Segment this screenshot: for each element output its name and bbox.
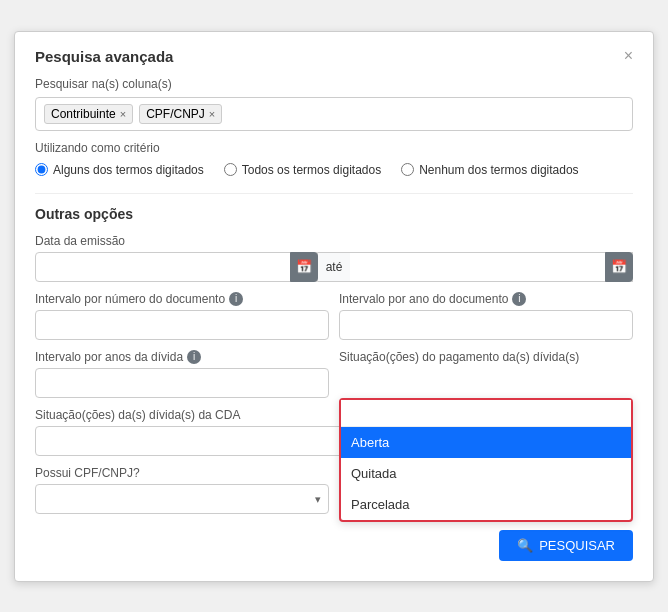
date-start-wrap: 📅: [35, 252, 318, 282]
pesquisar-button-label: PESQUISAR: [539, 538, 615, 553]
dropdown-item-parcelada[interactable]: Parcelada: [341, 489, 631, 520]
divida-situacao-row: Intervalo por anos da dívida i Situação(…: [35, 350, 633, 398]
intervalo-ano-group: Intervalo por ano do documento i: [339, 292, 633, 340]
situacoes-pagamento-dropdown: Aberta Quitada Parcelada: [339, 398, 633, 522]
footer-row: 🔍 PESQUISAR: [35, 530, 633, 561]
date-start-calendar-button[interactable]: 📅: [290, 252, 318, 282]
advanced-search-modal: Pesquisa avançada × Pesquisar na(s) colu…: [14, 31, 654, 582]
criteria-radio-group: Alguns dos termos digitados Todos os ter…: [35, 163, 633, 177]
modal-header: Pesquisa avançada ×: [35, 48, 633, 65]
possui-cpf-select-wrap: Sim Não: [35, 484, 329, 514]
radio-alguns[interactable]: Alguns dos termos digitados: [35, 163, 204, 177]
intervalo-numero-label: Intervalo por número do documento i: [35, 292, 329, 306]
search-icon: 🔍: [517, 538, 533, 553]
modal-title: Pesquisa avançada: [35, 48, 173, 65]
interval-row: Intervalo por número do documento i Inte…: [35, 292, 633, 340]
situacoes-pagamento-label: Situação(ções) do pagamento da(s) dívida…: [339, 350, 633, 364]
date-end-input[interactable]: [350, 252, 633, 282]
tags-input-container[interactable]: Contribuinte × CPF/CNPJ ×: [35, 97, 633, 131]
date-start-input[interactable]: [35, 252, 318, 282]
criteria-label: Utilizando como critério: [35, 141, 633, 155]
radio-alguns-input[interactable]: [35, 163, 48, 176]
radio-todos-label: Todos os termos digitados: [242, 163, 381, 177]
tag-contribuinte-close[interactable]: ×: [120, 108, 126, 120]
intervalo-anos-divida-label: Intervalo por anos da dívida i: [35, 350, 329, 364]
radio-todos-input[interactable]: [224, 163, 237, 176]
possui-cpf-select[interactable]: Sim Não: [35, 484, 329, 514]
calendar-end-icon: 📅: [611, 259, 627, 274]
outras-opcoes-title: Outras opções: [35, 193, 633, 222]
radio-nenhum-input[interactable]: [401, 163, 414, 176]
possui-cpf-group: Possui CPF/CNPJ? Sim Não: [35, 466, 329, 514]
possui-cpf-label: Possui CPF/CNPJ?: [35, 466, 329, 480]
pesquisar-button[interactable]: 🔍 PESQUISAR: [499, 530, 633, 561]
data-emissao-label: Data da emissão: [35, 234, 633, 248]
intervalo-anos-divida-input[interactable]: [35, 368, 329, 398]
intervalo-ano-label: Intervalo por ano do documento i: [339, 292, 633, 306]
tag-cpfcnpj-close[interactable]: ×: [209, 108, 215, 120]
situacoes-pagamento-group: Situação(ções) do pagamento da(s) dívida…: [339, 350, 633, 398]
intervalo-numero-group: Intervalo por número do documento i: [35, 292, 329, 340]
intervalo-numero-info-icon[interactable]: i: [229, 292, 243, 306]
intervalo-anos-divida-group: Intervalo por anos da dívida i: [35, 350, 329, 398]
date-end-calendar-button[interactable]: 📅: [605, 252, 633, 282]
tag-contribuinte: Contribuinte ×: [44, 104, 133, 124]
tag-cpfcnpj-label: CPF/CNPJ: [146, 107, 205, 121]
intervalo-numero-input[interactable]: [35, 310, 329, 340]
situacoes-pagamento-search[interactable]: [341, 400, 631, 427]
date-end-wrap: 📅: [350, 252, 633, 282]
dropdown-item-aberta[interactable]: Aberta: [341, 427, 631, 458]
tag-cpfcnpj: CPF/CNPJ ×: [139, 104, 222, 124]
dropdown-item-quitada[interactable]: Quitada: [341, 458, 631, 489]
calendar-start-icon: 📅: [296, 259, 312, 274]
close-button[interactable]: ×: [624, 48, 633, 64]
radio-nenhum[interactable]: Nenhum dos termos digitados: [401, 163, 578, 177]
ate-separator: até: [318, 252, 351, 282]
intervalo-ano-input[interactable]: [339, 310, 633, 340]
tag-contribuinte-label: Contribuinte: [51, 107, 116, 121]
radio-todos[interactable]: Todos os termos digitados: [224, 163, 381, 177]
intervalo-anos-divida-info-icon[interactable]: i: [187, 350, 201, 364]
radio-nenhum-label: Nenhum dos termos digitados: [419, 163, 578, 177]
date-row: 📅 até 📅: [35, 252, 633, 282]
search-columns-label: Pesquisar na(s) coluna(s): [35, 77, 633, 91]
intervalo-ano-info-icon[interactable]: i: [512, 292, 526, 306]
radio-alguns-label: Alguns dos termos digitados: [53, 163, 204, 177]
